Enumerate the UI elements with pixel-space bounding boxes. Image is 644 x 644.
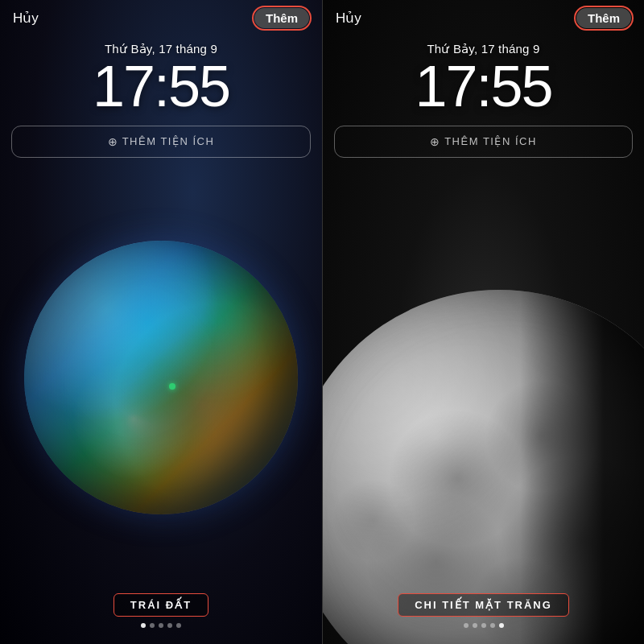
top-bar-left: Hủy Thêm [0, 0, 322, 35]
time-label-left: 17:55 [0, 56, 322, 118]
top-bar-right: Hủy Thêm [323, 0, 644, 35]
time-label-right: 17:55 [323, 56, 644, 118]
dot-r3 [481, 623, 486, 628]
dots-row-right [464, 623, 504, 628]
left-panel: Hủy Thêm Thứ Bảy, 17 tháng 9 17:55 ⊕ THÊ… [0, 0, 322, 644]
dot-r2 [473, 623, 477, 628]
cancel-button-right[interactable]: Hủy [336, 10, 361, 27]
widget-area-right[interactable]: ⊕ THÊM TIỆN ÍCH [334, 126, 633, 158]
dot-5 [176, 623, 181, 628]
add-button-right[interactable]: Thêm [576, 8, 631, 28]
widget-area-left[interactable]: ⊕ THÊM TIỆN ÍCH [11, 126, 311, 158]
dot-2 [150, 623, 155, 628]
datetime-left: Thứ Bảy, 17 tháng 9 17:55 [0, 35, 322, 121]
widget-label-right: THÊM TIỆN ÍCH [444, 135, 537, 147]
widget-label-left: THÊM TIỆN ÍCH [122, 135, 215, 147]
dot-r5 [499, 623, 504, 628]
earth-globe [24, 241, 298, 514]
plus-icon-left: ⊕ [108, 135, 118, 148]
dot-1 [141, 623, 146, 628]
plus-icon-right: ⊕ [430, 135, 440, 148]
wallpaper-name-left: TRÁI ĐẤT [114, 593, 208, 617]
dot-r1 [464, 623, 469, 628]
datetime-right: Thứ Bảy, 17 tháng 9 17:55 [323, 35, 644, 121]
bottom-label-left: TRÁI ĐẤT [0, 593, 322, 644]
earth-shadow [24, 241, 298, 514]
dot-r4 [490, 623, 495, 628]
moon-globe [322, 290, 644, 644]
cancel-button-left[interactable]: Hủy [13, 10, 39, 27]
right-panel: Hủy Thêm Thứ Bảy, 17 tháng 9 17:55 ⊕ THÊ… [322, 0, 644, 644]
dot-4 [167, 623, 172, 628]
globe-area-left [0, 163, 322, 593]
dot-3 [159, 623, 163, 628]
dots-row-left [141, 623, 181, 628]
add-button-left[interactable]: Thêm [254, 8, 309, 28]
wallpaper-name-right: CHI TIẾT MẶT TRĂNG [398, 593, 569, 617]
bottom-label-right: CHI TIẾT MẶT TRĂNG [323, 593, 644, 644]
moon-dark-side [322, 290, 644, 644]
